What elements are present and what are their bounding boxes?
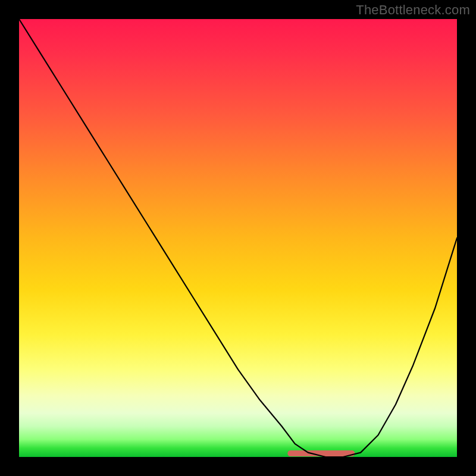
chart-frame: TheBottleneck.com [0, 0, 476, 476]
plot-area-border [19, 19, 457, 457]
bottleneck-curve-line [19, 19, 457, 457]
watermark-text: TheBottleneck.com [356, 2, 470, 18]
chart-svg [19, 19, 457, 457]
